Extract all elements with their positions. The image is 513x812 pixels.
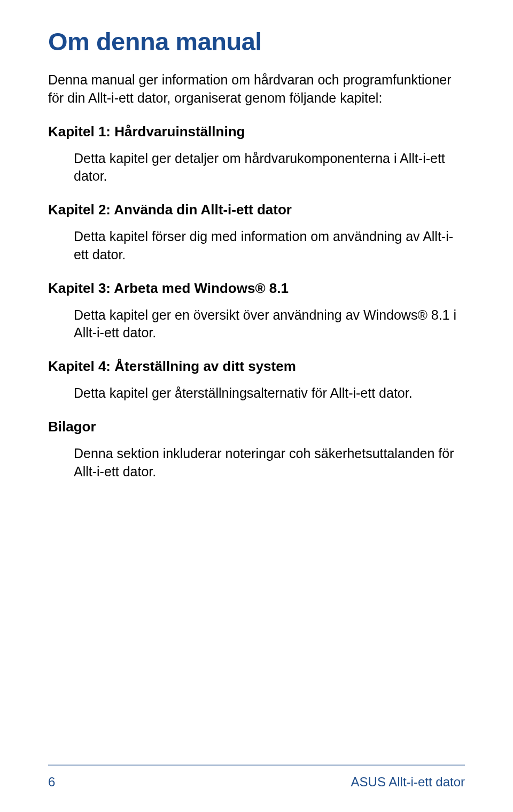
page-footer: 6 ASUS Allt-i-ett dator [48, 769, 465, 790]
page-title: Om denna manual [48, 27, 465, 56]
section-heading: Bilagor [48, 419, 465, 435]
section-body: Detta kapitel ger en översikt över använ… [74, 306, 465, 343]
section-chapter-3: Kapitel 3: Arbeta med Windows® 8.1 Detta… [48, 280, 465, 343]
section-body: Detta kapitel ger detaljer om hårdvaruko… [74, 150, 465, 186]
document-page: Om denna manual Denna manual ger informa… [0, 0, 513, 812]
page-number: 6 [48, 775, 55, 790]
section-body: Denna sektion inkluderar noteringar coh … [74, 445, 465, 481]
section-heading: Kapitel 3: Arbeta med Windows® 8.1 [48, 280, 465, 297]
section-body: Detta kapitel ger återställningsalternat… [74, 384, 465, 403]
section-chapter-1: Kapitel 1: Hårdvaruinställning Detta kap… [48, 123, 465, 186]
section-chapter-2: Kapitel 2: Använda din Allt-i-ett dator … [48, 202, 465, 264]
section-heading: Kapitel 1: Hårdvaruinställning [48, 123, 465, 140]
section-body: Detta kapitel förser dig med information… [74, 228, 465, 264]
intro-paragraph: Denna manual ger information om hårdvara… [48, 71, 465, 107]
section-heading: Kapitel 4: Återställning av ditt system [48, 358, 465, 375]
section-heading: Kapitel 2: Använda din Allt-i-ett dator [48, 202, 465, 218]
section-appendix: Bilagor Denna sektion inkluderar noterin… [48, 419, 465, 481]
footer-brand: ASUS Allt-i-ett dator [351, 775, 465, 790]
footer-divider [48, 764, 465, 766]
section-chapter-4: Kapitel 4: Återställning av ditt system … [48, 358, 465, 403]
